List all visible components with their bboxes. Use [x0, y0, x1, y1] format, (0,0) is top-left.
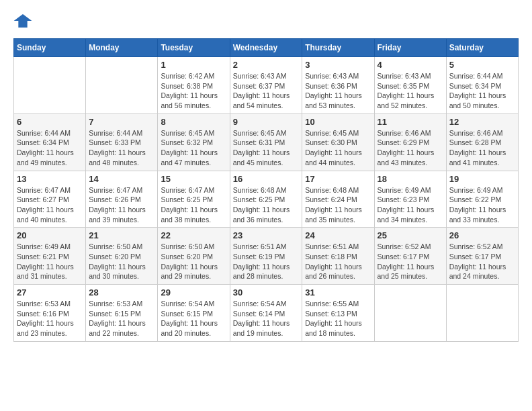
calendar-day-header: Friday [374, 39, 446, 57]
calendar-header-row: SundayMondayTuesdayWednesdayThursdayFrid… [14, 39, 519, 57]
day-number: 13 [17, 174, 83, 184]
calendar-cell: 28Sunrise: 6:53 AM Sunset: 6:15 PM Dayli… [86, 285, 158, 342]
calendar-cell: 18Sunrise: 6:49 AM Sunset: 6:23 PM Dayli… [374, 171, 446, 228]
calendar-week-row: 20Sunrise: 6:49 AM Sunset: 6:21 PM Dayli… [14, 228, 519, 285]
day-info: Sunrise: 6:46 AM Sunset: 6:28 PM Dayligh… [449, 128, 515, 168]
calendar-day-header: Saturday [446, 39, 518, 57]
calendar-cell: 9Sunrise: 6:45 AM Sunset: 6:31 PM Daylig… [230, 113, 302, 171]
day-info: Sunrise: 6:45 AM Sunset: 6:32 PM Dayligh… [161, 128, 226, 168]
day-number: 15 [161, 174, 226, 184]
day-info: Sunrise: 6:54 AM Sunset: 6:14 PM Dayligh… [233, 299, 300, 338]
calendar-cell: 21Sunrise: 6:50 AM Sunset: 6:20 PM Dayli… [86, 228, 158, 285]
day-info: Sunrise: 6:52 AM Sunset: 6:17 PM Dayligh… [378, 242, 443, 281]
day-number: 9 [233, 117, 300, 127]
calendar-day-header: Wednesday [230, 39, 302, 57]
calendar-cell: 25Sunrise: 6:52 AM Sunset: 6:17 PM Dayli… [374, 228, 446, 285]
calendar-cell: 15Sunrise: 6:47 AM Sunset: 6:25 PM Dayli… [158, 171, 230, 228]
calendar-cell: 19Sunrise: 6:49 AM Sunset: 6:22 PM Dayli… [446, 171, 518, 228]
day-number: 23 [233, 230, 300, 240]
calendar-cell: 16Sunrise: 6:48 AM Sunset: 6:25 PM Dayli… [230, 171, 302, 228]
day-number: 29 [161, 287, 226, 298]
day-info: Sunrise: 6:50 AM Sunset: 6:20 PM Dayligh… [89, 242, 154, 281]
calendar-cell: 14Sunrise: 6:47 AM Sunset: 6:26 PM Dayli… [86, 171, 158, 228]
day-number: 7 [89, 117, 154, 127]
calendar-cell: 6Sunrise: 6:44 AM Sunset: 6:34 PM Daylig… [14, 113, 86, 171]
day-info: Sunrise: 6:47 AM Sunset: 6:25 PM Dayligh… [161, 185, 226, 225]
calendar-cell: 17Sunrise: 6:48 AM Sunset: 6:24 PM Dayli… [302, 171, 374, 228]
day-info: Sunrise: 6:54 AM Sunset: 6:15 PM Dayligh… [161, 299, 226, 338]
calendar-cell: 26Sunrise: 6:52 AM Sunset: 6:17 PM Dayli… [446, 228, 518, 285]
calendar-cell: 13Sunrise: 6:47 AM Sunset: 6:27 PM Dayli… [14, 171, 86, 228]
day-number: 30 [233, 287, 300, 298]
calendar-day-header: Tuesday [158, 39, 230, 57]
day-info: Sunrise: 6:44 AM Sunset: 6:34 PM Dayligh… [449, 71, 515, 111]
day-info: Sunrise: 6:53 AM Sunset: 6:15 PM Dayligh… [89, 299, 154, 338]
calendar-cell [446, 285, 518, 342]
day-info: Sunrise: 6:55 AM Sunset: 6:13 PM Dayligh… [305, 299, 371, 338]
day-info: Sunrise: 6:43 AM Sunset: 6:37 PM Dayligh… [233, 71, 300, 111]
calendar-week-row: 13Sunrise: 6:47 AM Sunset: 6:27 PM Dayli… [14, 171, 519, 228]
day-number: 25 [378, 230, 443, 240]
calendar-cell: 24Sunrise: 6:51 AM Sunset: 6:18 PM Dayli… [302, 228, 374, 285]
day-number: 8 [161, 117, 226, 127]
day-number: 26 [449, 230, 515, 240]
day-number: 17 [305, 174, 371, 184]
day-info: Sunrise: 6:48 AM Sunset: 6:25 PM Dayligh… [233, 185, 300, 225]
calendar-cell: 5Sunrise: 6:44 AM Sunset: 6:34 PM Daylig… [446, 57, 518, 114]
day-info: Sunrise: 6:49 AM Sunset: 6:21 PM Dayligh… [17, 242, 83, 281]
calendar-cell: 2Sunrise: 6:43 AM Sunset: 6:37 PM Daylig… [230, 57, 302, 114]
calendar-cell [86, 57, 158, 114]
day-info: Sunrise: 6:46 AM Sunset: 6:29 PM Dayligh… [378, 128, 443, 168]
day-info: Sunrise: 6:49 AM Sunset: 6:22 PM Dayligh… [449, 185, 515, 225]
calendar-cell: 22Sunrise: 6:50 AM Sunset: 6:20 PM Dayli… [158, 228, 230, 285]
day-info: Sunrise: 6:42 AM Sunset: 6:38 PM Dayligh… [161, 71, 226, 111]
day-number: 18 [378, 174, 443, 184]
day-info: Sunrise: 6:44 AM Sunset: 6:33 PM Dayligh… [89, 128, 154, 168]
calendar-cell: 29Sunrise: 6:54 AM Sunset: 6:15 PM Dayli… [158, 285, 230, 342]
day-info: Sunrise: 6:49 AM Sunset: 6:23 PM Dayligh… [378, 185, 443, 225]
day-info: Sunrise: 6:43 AM Sunset: 6:35 PM Dayligh… [378, 71, 443, 111]
day-number: 14 [89, 174, 154, 184]
day-info: Sunrise: 6:44 AM Sunset: 6:34 PM Dayligh… [17, 128, 83, 168]
logo-icon [13, 14, 32, 28]
day-number: 4 [378, 60, 443, 70]
svg-marker-0 [14, 14, 32, 28]
logo [13, 13, 35, 28]
day-number: 27 [17, 287, 83, 298]
calendar-cell: 7Sunrise: 6:44 AM Sunset: 6:33 PM Daylig… [86, 113, 158, 171]
calendar-cell: 23Sunrise: 6:51 AM Sunset: 6:19 PM Dayli… [230, 228, 302, 285]
day-number: 24 [305, 230, 371, 240]
day-info: Sunrise: 6:52 AM Sunset: 6:17 PM Dayligh… [449, 242, 515, 281]
calendar-cell: 1Sunrise: 6:42 AM Sunset: 6:38 PM Daylig… [158, 57, 230, 114]
day-info: Sunrise: 6:43 AM Sunset: 6:36 PM Dayligh… [305, 71, 371, 111]
calendar-day-header: Sunday [14, 39, 86, 57]
calendar-week-row: 27Sunrise: 6:53 AM Sunset: 6:16 PM Dayli… [14, 285, 519, 342]
day-info: Sunrise: 6:51 AM Sunset: 6:18 PM Dayligh… [305, 242, 371, 281]
day-info: Sunrise: 6:45 AM Sunset: 6:30 PM Dayligh… [305, 128, 371, 168]
day-number: 22 [161, 230, 226, 240]
calendar: SundayMondayTuesdayWednesdayThursdayFrid… [13, 38, 519, 342]
day-info: Sunrise: 6:45 AM Sunset: 6:31 PM Dayligh… [233, 128, 300, 168]
calendar-cell: 30Sunrise: 6:54 AM Sunset: 6:14 PM Dayli… [230, 285, 302, 342]
day-number: 11 [378, 117, 443, 127]
calendar-day-header: Monday [86, 39, 158, 57]
day-info: Sunrise: 6:51 AM Sunset: 6:19 PM Dayligh… [233, 242, 300, 281]
calendar-cell: 11Sunrise: 6:46 AM Sunset: 6:29 PM Dayli… [374, 113, 446, 171]
calendar-cell: 4Sunrise: 6:43 AM Sunset: 6:35 PM Daylig… [374, 57, 446, 114]
day-number: 6 [17, 117, 83, 127]
day-number: 1 [161, 60, 226, 70]
calendar-cell: 8Sunrise: 6:45 AM Sunset: 6:32 PM Daylig… [158, 113, 230, 171]
calendar-cell: 31Sunrise: 6:55 AM Sunset: 6:13 PM Dayli… [302, 285, 374, 342]
calendar-week-row: 6Sunrise: 6:44 AM Sunset: 6:34 PM Daylig… [14, 113, 519, 171]
calendar-cell [14, 57, 86, 114]
day-number: 5 [449, 60, 515, 70]
calendar-body: 1Sunrise: 6:42 AM Sunset: 6:38 PM Daylig… [14, 57, 519, 342]
day-number: 20 [17, 230, 83, 240]
day-number: 10 [305, 117, 371, 127]
calendar-cell: 20Sunrise: 6:49 AM Sunset: 6:21 PM Dayli… [14, 228, 86, 285]
calendar-cell: 3Sunrise: 6:43 AM Sunset: 6:36 PM Daylig… [302, 57, 374, 114]
calendar-cell: 10Sunrise: 6:45 AM Sunset: 6:30 PM Dayli… [302, 113, 374, 171]
calendar-cell: 27Sunrise: 6:53 AM Sunset: 6:16 PM Dayli… [14, 285, 86, 342]
day-info: Sunrise: 6:47 AM Sunset: 6:26 PM Dayligh… [89, 185, 154, 225]
day-number: 3 [305, 60, 371, 70]
